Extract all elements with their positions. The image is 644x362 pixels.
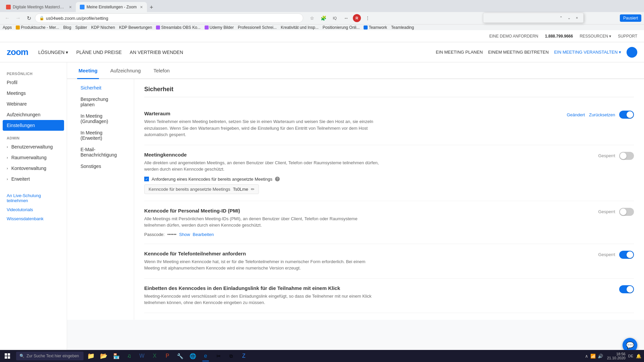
- bookmark-kreativitaet[interactable]: Kreativität und Insp...: [281, 25, 319, 30]
- user-avatar[interactable]: [627, 47, 637, 58]
- search-overlay-input[interactable]: [486, 15, 557, 20]
- nav-loesungen-label: LÖSUNGEN: [38, 50, 65, 55]
- tab-close-2[interactable]: ×: [140, 4, 143, 10]
- forward-button[interactable]: →: [13, 13, 23, 23]
- sidebar-item-einstellungen[interactable]: Einstellungen: [3, 120, 64, 131]
- taskbar-app-excel[interactable]: X: [149, 350, 161, 362]
- bookmark-apps[interactable]: Apps: [3, 25, 12, 30]
- bookmark-streamlabs[interactable]: Streamlabs OBS Ko...: [156, 25, 200, 30]
- bookmark-spaeter[interactable]: Später: [75, 25, 87, 30]
- subnav-sonstiges[interactable]: Sonstiges: [77, 161, 124, 172]
- zoom-level-icon[interactable]: IQ: [330, 13, 339, 23]
- settings-icon[interactable]: ⋮: [363, 13, 372, 23]
- taskbar-clock[interactable]: 18:56 21.10.2020: [607, 352, 626, 360]
- checkbox-angesetzte-meetings[interactable]: ✓: [144, 177, 149, 181]
- start-button[interactable]: [0, 350, 15, 362]
- zoom-logo[interactable]: zoom: [7, 47, 28, 57]
- subnav-erweitert[interactable]: In Meeting (Erweitert): [77, 127, 124, 143]
- toggle-einbetten[interactable]: [619, 285, 634, 293]
- bookmark-kdp-bewertungen[interactable]: KDP Bewertungen: [119, 25, 152, 30]
- taskbar-app-spotify[interactable]: ♫: [123, 350, 135, 362]
- nav-plaene[interactable]: PLÄNE UND PREISE: [76, 50, 121, 55]
- search-prev-button[interactable]: ⌃: [557, 14, 565, 21]
- passcode-edit-icon[interactable]: ✏: [251, 187, 255, 192]
- translate-icon[interactable]: ↔: [341, 13, 351, 23]
- search-close-button[interactable]: ×: [573, 14, 581, 21]
- support-link[interactable]: SUPPORT: [618, 34, 637, 39]
- toggle-warteraum[interactable]: [619, 111, 634, 119]
- search-next-button[interactable]: ⌄: [565, 14, 573, 21]
- sidebar-item-kontoverwaltung[interactable]: › Kontoverwaltung: [0, 163, 67, 174]
- sys-tray-network[interactable]: 📶: [590, 354, 596, 359]
- tab-telefon[interactable]: Telefon: [152, 62, 171, 79]
- sidebar-wissensdatenbank[interactable]: Wissensdatenbank: [0, 214, 67, 223]
- toggle-meetingkenncode[interactable]: [619, 152, 634, 160]
- tab-meeting[interactable]: Meeting: [77, 62, 99, 79]
- tab-aufzeichnung[interactable]: Aufzeichnung: [109, 62, 142, 79]
- bookmark-star-icon[interactable]: ☆: [307, 13, 317, 23]
- sidebar-item-profil[interactable]: Profil: [0, 77, 67, 88]
- taskbar-app-taskview[interactable]: ⧉: [225, 350, 237, 362]
- toggle-pmi[interactable]: [619, 208, 634, 216]
- taskbar-app-store[interactable]: 🏪: [110, 350, 122, 362]
- sys-tray-volume[interactable]: 🔊: [598, 354, 603, 359]
- taskbar-app-chrome[interactable]: 🌐: [187, 350, 199, 362]
- taskbar-app-files[interactable]: 📂: [98, 350, 110, 362]
- join-meeting-link[interactable]: EINEM MEETING BEITRETEN: [488, 50, 549, 55]
- taskbar-app-explorer[interactable]: 📁: [85, 350, 97, 362]
- taskbar-app-zoom[interactable]: Z: [238, 350, 250, 362]
- bookmark-professionell[interactable]: Professionell Schrei...: [238, 25, 277, 30]
- bookmark-blog[interactable]: Blog: [63, 25, 71, 30]
- profile-icon[interactable]: R: [353, 14, 361, 22]
- taskbar-search[interactable]: 🔍 Zur Suche Text hier eingeben: [16, 352, 84, 360]
- host-meeting-link[interactable]: EIN MEETING VERANSTALTEN ▾: [554, 50, 621, 55]
- nav-loesungen[interactable]: LÖSUNGEN ▾: [38, 50, 68, 55]
- ressourcen-link[interactable]: RESSOURCEN ▾: [580, 34, 611, 39]
- subnav-sicherheit[interactable]: Sicherheit: [77, 82, 124, 93]
- geaendert-link[interactable]: Geändert: [567, 112, 585, 117]
- bearbeiten-link[interactable]: Bearbeiten: [193, 232, 214, 237]
- reload-button[interactable]: ↻: [24, 13, 34, 23]
- new-tab-button[interactable]: +: [147, 3, 156, 12]
- plan-meeting-link[interactable]: EIN MEETING PLANEN: [436, 50, 483, 55]
- sidebar-item-meetings[interactable]: Meetings: [0, 88, 67, 99]
- sidebar-item-webinare[interactable]: Webinare: [0, 99, 67, 109]
- tab-2[interactable]: Meine Einstellungen - Zoom ×: [76, 2, 147, 12]
- sidebar-item-aufzeichnungen[interactable]: Aufzeichnungen: [0, 109, 67, 120]
- bookmark-produktsuche[interactable]: Produktsuche - Mer...: [16, 25, 59, 30]
- taskbar-app-powerpoint[interactable]: P: [161, 350, 173, 362]
- extensions-icon[interactable]: 🧩: [319, 13, 328, 23]
- sys-tray-arrow[interactable]: ∧: [585, 354, 588, 359]
- tab-close-1[interactable]: ×: [69, 4, 72, 10]
- demo-link[interactable]: EINE DEMO ANFORDERN: [489, 34, 538, 39]
- taskbar-app-unknown1[interactable]: 🔧: [174, 350, 186, 362]
- bookmark-teamleading[interactable]: Teamleading: [391, 25, 414, 30]
- notification-icon[interactable]: 🔔: [636, 354, 641, 359]
- sidebar-videotutorials[interactable]: Videotutorials: [0, 205, 67, 214]
- ressourcen-label: RESSOURCEN: [580, 34, 608, 39]
- nav-vertrieb[interactable]: AN VERTRIEB WENDEN: [130, 50, 183, 55]
- subnav-email[interactable]: E-Mail-Benachrichtigung: [77, 144, 124, 160]
- address-bar[interactable]: 🔒 us04web.zoom.us/profile/setting: [35, 13, 303, 23]
- tab-1[interactable]: Digitale Meetings Masterclass: E... ×: [2, 2, 76, 12]
- bookmark-positionierung[interactable]: Positionierung Onli...: [323, 25, 360, 30]
- help-icon[interactable]: ?: [275, 177, 280, 181]
- taskbar-app-edge[interactable]: e: [200, 350, 212, 362]
- taskbar-app-snip[interactable]: ✂: [212, 350, 224, 362]
- back-button[interactable]: ←: [3, 13, 12, 23]
- zuruecksetzen-link[interactable]: Zurücksetzen: [589, 112, 615, 117]
- subnav-besprechung[interactable]: Besprechung planen: [77, 94, 124, 110]
- bookmark-kdp-nischen[interactable]: KDP Nischen: [91, 25, 115, 30]
- sidebar-live-schulung[interactable]: An Live-Schulung teilnehmen: [0, 191, 67, 205]
- sidebar-item-erweitert[interactable]: › Erweitert: [0, 174, 67, 184]
- sidebar-item-raumverwaltung[interactable]: › Raumverwaltung: [0, 152, 67, 163]
- taskbar-app-word[interactable]: W: [136, 350, 148, 362]
- show-link[interactable]: Show: [179, 232, 190, 237]
- bookmark-teamwork[interactable]: Teamwork: [364, 25, 387, 30]
- sidebar-item-benutzerverwaltung[interactable]: › Benutzerverwaltung: [0, 141, 67, 152]
- pause-button[interactable]: Pausiert: [620, 14, 641, 22]
- toggle-telefon-kenncode[interactable]: [619, 251, 634, 259]
- bookmark-udemy[interactable]: Udemy Bilder: [205, 25, 234, 30]
- subnav-grundlagen[interactable]: In Meeting (Grundlagen): [77, 111, 124, 127]
- setting-control-pmi: Gesperrt: [580, 208, 634, 216]
